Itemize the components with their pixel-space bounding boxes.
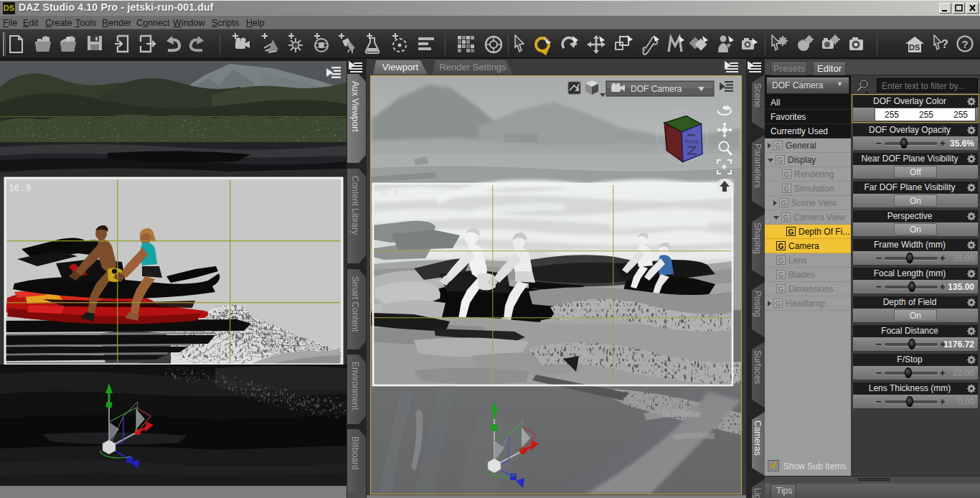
svg-text:?: ?	[962, 38, 969, 50]
svg-text:DS: DS	[909, 43, 920, 52]
svg-text:16 : 9: 16 : 9	[378, 188, 398, 197]
svg-text:?: ?	[941, 38, 948, 50]
svg-text:16 : 9: 16 : 9	[9, 183, 31, 193]
svg-text:DOF Camera: DOF Camera	[631, 84, 682, 94]
svg-text:Front: Front	[685, 138, 699, 145]
